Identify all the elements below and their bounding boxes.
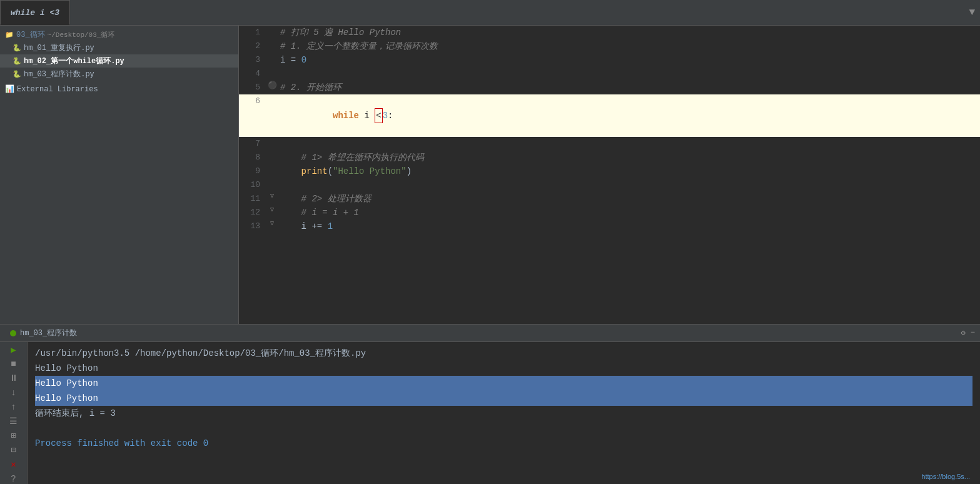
code-line-1: 1 # 打印 5 遍 Hello Python <box>239 26 980 39</box>
run-help-button[interactable]: ? <box>8 473 20 484</box>
line-content-2: # 1. 定义一个整数变量，记录循环次数 <box>278 39 980 53</box>
tab-var: i <box>35 8 49 18</box>
sidebar-file-2-label: hm_02_第一个while循环.py <box>24 56 124 66</box>
library-icon: 📊 <box>5 84 14 94</box>
line-content-4 <box>278 67 980 81</box>
tab-dropdown-arrow[interactable]: ▼ <box>969 0 980 25</box>
run-close-button[interactable]: ✕ <box>8 459 20 470</box>
minimize-icon[interactable]: − <box>971 328 975 338</box>
folder-icon: 📁 <box>5 31 14 39</box>
fold-icon-13: ▽ <box>270 219 274 227</box>
code-line-2: 2 # 1. 定义一个整数变量，记录循环次数 <box>239 39 980 53</box>
run-list-button[interactable]: ☰ <box>8 416 20 426</box>
line-content-7 <box>278 137 980 151</box>
run-tab[interactable]: hm_03_程序计数 <box>5 326 82 340</box>
run-tab-settings: ⚙ − <box>961 328 975 338</box>
line-num-13: 13 <box>239 219 266 233</box>
bullet-icon: ⚫ <box>268 81 277 90</box>
python-file-icon-3: 🐍 <box>13 70 21 78</box>
run-stop-button[interactable]: ■ <box>8 359 20 370</box>
line-num-10: 10 <box>239 178 266 192</box>
line-content-13: i += 1 <box>278 219 980 233</box>
code-line-5: 5 ⚫ # 2. 开始循环 <box>239 81 980 94</box>
line-num-3: 3 <box>239 53 266 67</box>
sidebar-external-libraries[interactable]: 📊 External Libraries <box>0 83 238 95</box>
output-line-2: Hello Python <box>35 376 972 391</box>
line-num-7: 7 <box>239 137 266 151</box>
run-sidebar: ▶ ■ ⏸ ↓ ↑ ☰ ⊞ ⊟ ✕ ? <box>0 342 28 484</box>
gutter-11: ▽ <box>266 192 278 199</box>
bottom-right-link: https://blog.5s... <box>921 473 970 480</box>
python-file-icon: 🐍 <box>13 44 21 52</box>
line-content-3: i = 0 <box>278 53 980 67</box>
line-num-2: 2 <box>239 39 266 53</box>
line-num-6: 6 <box>239 94 266 108</box>
gutter-13: ▽ <box>266 219 278 227</box>
line-content-9: print("Hello Python") <box>278 164 980 178</box>
bottom-panel: hm_03_程序计数 ⚙ − ▶ ■ ⏸ ↓ ↑ ☰ ⊞ ⊟ ✕ ? /usr/… <box>0 324 980 484</box>
run-sort-button[interactable]: ⊞ <box>8 430 20 441</box>
tab-num: 3 <box>54 8 59 18</box>
code-container: 1 # 打印 5 遍 Hello Python 2 # 1. 定义一个整数变量，… <box>239 26 980 324</box>
folder-name: 03_循环 <box>16 29 45 40</box>
line-content-8: # 1> 希望在循环内执行的代码 <box>278 151 980 164</box>
sidebar-file-1[interactable]: 🐍 hm_01_重复执行.py <box>0 41 238 54</box>
folder-path: ~/Desktop/03_循环 <box>48 30 115 39</box>
run-play-button[interactable]: ▶ <box>8 345 20 355</box>
run-output: /usr/bin/python3.5 /home/python/Desktop/… <box>28 342 980 484</box>
code-line-10: 10 <box>239 178 980 192</box>
sidebar-folder[interactable]: 📁 03_循环 ~/Desktop/03_循环 <box>0 28 238 41</box>
run-tab-bar: hm_03_程序计数 ⚙ − <box>0 325 980 342</box>
output-line-1: Hello Python <box>35 361 972 376</box>
gutter-5: ⚫ <box>266 81 278 90</box>
output-line-4: 循环结束后, i = 3 <box>35 406 972 421</box>
code-line-6: 6 while i <3: <box>239 94 980 137</box>
line-num-8: 8 <box>239 151 266 164</box>
sidebar: 📁 03_循环 ~/Desktop/03_循环 🐍 hm_01_重复执行.py … <box>0 26 239 324</box>
sidebar-file-3-label: hm_03_程序计数.py <box>24 69 94 79</box>
top-tab-bar: while i < 3 ▼ <box>0 0 980 26</box>
fold-icon-12: ▽ <box>270 206 274 213</box>
sidebar-file-1-label: hm_01_重复执行.py <box>24 43 94 53</box>
run-finish-line: Process finished with exit code 0 <box>35 436 972 451</box>
external-libraries-label: External Libraries <box>17 85 98 94</box>
code-line-12: 12 ▽ # i = i + 1 <box>239 206 980 219</box>
code-line-7: 7 <box>239 137 980 151</box>
run-filter-button[interactable]: ⊟ <box>8 445 20 455</box>
line-num-12: 12 <box>239 206 266 219</box>
output-line-3: Hello Python <box>35 391 972 406</box>
code-line-11: 11 ▽ # 2> 处理计数器 <box>239 192 980 206</box>
code-line-4: 4 <box>239 67 980 81</box>
tab-op: < <box>49 8 54 18</box>
line-content-12: # i = i + 1 <box>278 206 980 219</box>
tab-keyword: while <box>11 8 35 18</box>
sidebar-file-2[interactable]: 🐍 hm_02_第一个while循环.py <box>0 54 238 68</box>
editor-area[interactable]: 1 # 打印 5 遍 Hello Python 2 # 1. 定义一个整数变量，… <box>239 26 980 324</box>
settings-icon[interactable]: ⚙ <box>961 328 966 338</box>
gutter-12: ▽ <box>266 206 278 213</box>
line-content-1: # 打印 5 遍 Hello Python <box>278 26 980 39</box>
fold-icon-11: ▽ <box>270 192 274 199</box>
main-content: 📁 03_循环 ~/Desktop/03_循环 🐍 hm_01_重复执行.py … <box>0 26 980 324</box>
run-content: ▶ ■ ⏸ ↓ ↑ ☰ ⊞ ⊟ ✕ ? /usr/bin/python3.5 /… <box>0 342 980 484</box>
run-scroll-down-button[interactable]: ↓ <box>8 388 20 398</box>
run-cmd-line: /usr/bin/python3.5 /home/python/Desktop/… <box>35 346 972 361</box>
output-blank <box>35 421 972 436</box>
active-tab[interactable]: while i < 3 <box>0 0 70 25</box>
line-content-5: # 2. 开始循环 <box>278 81 980 94</box>
line-num-11: 11 <box>239 192 266 206</box>
run-pause-button[interactable]: ⏸ <box>8 373 20 384</box>
line-content-6: while i <3: <box>278 94 980 137</box>
line-content-11: # 2> 处理计数器 <box>278 192 980 206</box>
sidebar-file-3[interactable]: 🐍 hm_03_程序计数.py <box>0 68 238 81</box>
code-line-3: 3 i = 0 <box>239 53 980 67</box>
code-line-9: 9 print("Hello Python") <box>239 164 980 178</box>
line-num-4: 4 <box>239 67 266 81</box>
python-file-icon-2: 🐍 <box>13 57 21 65</box>
code-line-8: 8 # 1> 希望在循环内执行的代码 <box>239 151 980 164</box>
line-content-10 <box>278 178 980 192</box>
code-line-13: 13 ▽ i += 1 <box>239 219 980 233</box>
line-num-5: 5 <box>239 81 266 94</box>
run-dot <box>10 330 16 336</box>
run-scroll-up-button[interactable]: ↑ <box>8 401 20 412</box>
